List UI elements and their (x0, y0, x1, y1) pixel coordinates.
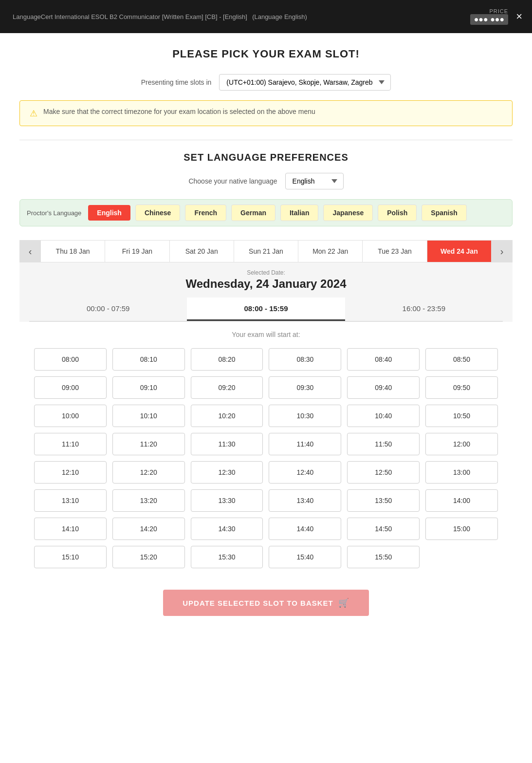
slot-1420[interactable]: 14:20 (112, 518, 185, 540)
update-basket-label: UPDATE SELECTED SLOT TO BASKET (183, 599, 333, 607)
cal-day-mon22[interactable]: Mon 22 Jan (298, 241, 363, 262)
price-label: PRICE (470, 8, 508, 14)
time-tab-0[interactable]: 00:00 - 07:59 (29, 298, 187, 321)
timezone-select[interactable]: (UTC+01:00) Sarajevo, Skopje, Warsaw, Za… (219, 74, 391, 91)
slot-1530[interactable]: 15:30 (191, 546, 263, 568)
lang-btn-polish[interactable]: Polish (378, 205, 417, 221)
proctors-language-label: Proctor's Language (27, 209, 81, 217)
time-tab-1[interactable]: 08:00 - 15:59 (187, 298, 345, 321)
exam-start-label: Your exam will start at: (19, 322, 513, 343)
cal-next-button[interactable]: › (491, 241, 513, 262)
lang-btn-chinese[interactable]: Chinese (135, 205, 180, 221)
timezone-row: Presenting time slots in (UTC+01:00) Sar… (19, 74, 513, 91)
slot-0800[interactable]: 08:00 (34, 348, 107, 371)
slot-0920[interactable]: 09:20 (191, 376, 263, 399)
slot-1210[interactable]: 12:10 (34, 461, 107, 484)
cal-day-thu18[interactable]: Thu 18 Jan (41, 241, 105, 262)
slot-1110[interactable]: 11:10 (34, 433, 107, 455)
cal-day-tue23[interactable]: Tue 23 Jan (363, 241, 427, 262)
cal-day-fri19[interactable]: Fri 19 Jan (105, 241, 169, 262)
native-language-select[interactable]: English Chinese French German Italian Ja… (285, 173, 344, 189)
language-bar: Proctor's Language English Chinese Frenc… (19, 199, 513, 226)
slot-0850[interactable]: 08:50 (425, 348, 498, 371)
timezone-label: Presenting time slots in (141, 78, 212, 86)
divider (19, 140, 513, 140)
slot-1030[interactable]: 10:30 (269, 405, 341, 427)
slot-1200[interactable]: 12:00 (425, 433, 498, 455)
price-value: ●●● ●●● (470, 14, 508, 25)
lang-btn-french[interactable]: French (185, 205, 226, 221)
slot-1140[interactable]: 11:40 (269, 433, 341, 455)
cal-day-sun21[interactable]: Sun 21 Jan (234, 241, 298, 262)
lang-btn-italian[interactable]: Italian (280, 205, 318, 221)
slot-1240[interactable]: 12:40 (269, 461, 341, 484)
slot-1550[interactable]: 15:50 (347, 546, 420, 568)
slot-1120[interactable]: 11:20 (112, 433, 185, 455)
slot-1430[interactable]: 14:30 (191, 518, 263, 540)
header-right: PRICE ●●● ●●● × (470, 8, 522, 25)
slot-1410[interactable]: 14:10 (34, 518, 107, 540)
cal-day-sat20[interactable]: Sat 20 Jan (170, 241, 234, 262)
lang-btn-japanese[interactable]: Japanese (323, 205, 373, 221)
update-btn-row: UPDATE SELECTED SLOT TO BASKET 🛒 (19, 578, 513, 635)
update-basket-button[interactable]: UPDATE SELECTED SLOT TO BASKET 🛒 (163, 590, 368, 616)
language-pref-label: Choose your native language (188, 177, 277, 185)
language-pref-row: Choose your native language English Chin… (19, 173, 513, 189)
basket-icon: 🛒 (338, 597, 349, 608)
slot-1440[interactable]: 14:40 (269, 518, 341, 540)
slot-0910[interactable]: 09:10 (112, 376, 185, 399)
cal-day-wed24[interactable]: Wed 24 Jan (427, 241, 491, 262)
cal-prev-button[interactable]: ‹ (19, 241, 41, 262)
slot-1510[interactable]: 15:10 (34, 546, 107, 568)
slot-1130[interactable]: 11:30 (191, 433, 263, 455)
slot-0840[interactable]: 08:40 (347, 348, 420, 371)
slot-1010[interactable]: 10:10 (112, 405, 185, 427)
close-button[interactable]: × (516, 10, 522, 23)
slot-1150[interactable]: 11:50 (347, 433, 420, 455)
slot-1310[interactable]: 13:10 (34, 489, 107, 512)
slot-1340[interactable]: 13:40 (269, 489, 341, 512)
selected-date-label: Selected Date: (29, 269, 503, 276)
slot-0930[interactable]: 09:30 (269, 376, 341, 399)
slot-1400[interactable]: 14:00 (425, 489, 498, 512)
calendar-nav: ‹ Thu 18 Jan Fri 19 Jan Sat 20 Jan Sun 2… (19, 240, 513, 262)
slot-1300[interactable]: 13:00 (425, 461, 498, 484)
slot-1540[interactable]: 15:40 (269, 546, 341, 568)
slot-0950[interactable]: 09:50 (425, 376, 498, 399)
selected-date-section: Selected Date: Wednesday, 24 January 202… (19, 262, 513, 322)
header: LanguageCert International ESOL B2 Commu… (0, 0, 532, 33)
exam-subtitle: (Language English) (252, 13, 307, 20)
slot-1230[interactable]: 12:30 (191, 461, 263, 484)
slot-0900[interactable]: 09:00 (34, 376, 107, 399)
slot-0940[interactable]: 09:40 (347, 376, 420, 399)
exam-title: LanguageCert International ESOL B2 Commu… (13, 13, 247, 20)
slot-0820[interactable]: 08:20 (191, 348, 263, 371)
header-price: PRICE ●●● ●●● (470, 8, 508, 25)
slot-0810[interactable]: 08:10 (112, 348, 185, 371)
page-title: PLEASE PICK YOUR EXAM SLOT! (19, 48, 513, 60)
warning-text: Make sure that the correct timezone for … (43, 108, 315, 115)
slot-1040[interactable]: 10:40 (347, 405, 420, 427)
time-tab-2[interactable]: 16:00 - 23:59 (345, 298, 503, 321)
warning-box: ⚠ Make sure that the correct timezone fo… (19, 100, 513, 126)
header-title: LanguageCert International ESOL B2 Commu… (10, 12, 470, 21)
slot-1220[interactable]: 12:20 (112, 461, 185, 484)
slot-1050[interactable]: 10:50 (425, 405, 498, 427)
slot-1520[interactable]: 15:20 (112, 546, 185, 568)
warning-icon: ⚠ (30, 108, 37, 119)
slot-1020[interactable]: 10:20 (191, 405, 263, 427)
slot-1350[interactable]: 13:50 (347, 489, 420, 512)
lang-btn-spanish[interactable]: Spanish (422, 205, 466, 221)
slot-1250[interactable]: 12:50 (347, 461, 420, 484)
slot-1320[interactable]: 13:20 (112, 489, 185, 512)
lang-btn-english[interactable]: English (88, 205, 130, 221)
slot-1500[interactable]: 15:00 (425, 518, 498, 540)
slot-0830[interactable]: 08:30 (269, 348, 341, 371)
lang-btn-german[interactable]: German (231, 205, 275, 221)
slot-1450[interactable]: 14:50 (347, 518, 420, 540)
slot-1000[interactable]: 10:00 (34, 405, 107, 427)
time-tabs: 00:00 - 07:59 08:00 - 15:59 16:00 - 23:5… (29, 298, 503, 322)
selected-date-value: Wednesday, 24 January 2024 (29, 277, 503, 291)
time-slots-grid: 08:00 08:10 08:20 08:30 08:40 08:50 09:0… (19, 343, 513, 578)
slot-1330[interactable]: 13:30 (191, 489, 263, 512)
